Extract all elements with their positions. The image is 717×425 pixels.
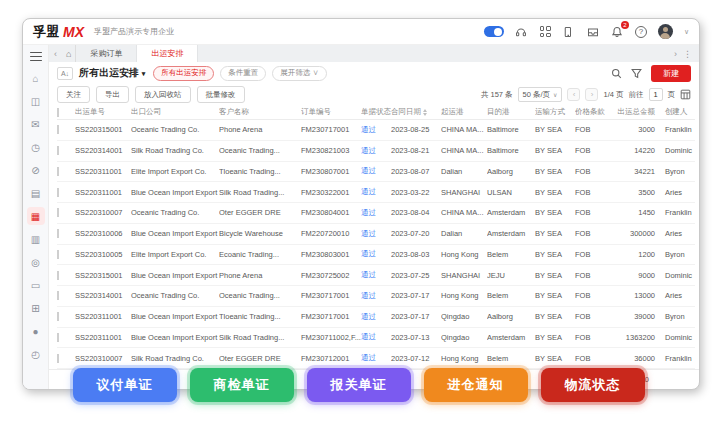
row-checkbox[interactable] — [57, 208, 75, 217]
row-checkbox[interactable] — [57, 271, 75, 280]
cell-status[interactable]: 通过 — [361, 229, 391, 239]
prev-page-button[interactable]: ‹ — [567, 88, 580, 101]
home-tab-icon[interactable]: ⌂ — [62, 45, 76, 62]
apps-grid-icon[interactable] — [539, 25, 552, 38]
panel-icon[interactable]: ▭ — [27, 276, 45, 294]
table-row[interactable]: SS220311001Blue Ocean Import Export Co.S… — [57, 182, 695, 203]
row-checkbox[interactable] — [57, 291, 75, 300]
tab-shipping-arrangement[interactable]: 出运安排 — [137, 45, 198, 62]
apps-icon[interactable]: ⊞ — [27, 299, 45, 317]
row-checkbox[interactable] — [57, 167, 75, 176]
next-page-button[interactable]: › — [585, 88, 598, 101]
batch-edit-button[interactable]: 批量修改 — [197, 86, 245, 103]
filter-chip-reset[interactable]: 条件重置 — [220, 66, 266, 81]
checkbox-icon[interactable] — [57, 291, 59, 300]
more-vertical-icon[interactable]: ⋮ — [683, 49, 692, 59]
row-checkbox[interactable] — [57, 333, 75, 342]
table-row[interactable]: SS220315001Oceanic Trading Co.Phone Aren… — [57, 120, 695, 141]
row-checkbox[interactable] — [57, 250, 75, 259]
status-badge[interactable]: 通过 — [361, 291, 376, 300]
forward-arrow-icon[interactable]: › — [674, 49, 677, 59]
mail-icon[interactable]: ✉ — [27, 115, 45, 133]
tab-purchase-orders[interactable]: 采购订单 — [76, 45, 137, 62]
checkbox-icon[interactable] — [57, 250, 59, 259]
status-badge[interactable]: 通过 — [361, 249, 376, 258]
checkbox-icon[interactable] — [57, 333, 59, 342]
filter-chip-active[interactable]: 所有出运安排 — [153, 66, 214, 81]
status-badge[interactable]: 通过 — [361, 332, 376, 341]
checkbox-icon[interactable] — [57, 125, 59, 134]
phone-icon[interactable] — [563, 25, 576, 38]
table-row[interactable]: SS220311001Blue Ocean Import Export Co.T… — [57, 307, 695, 328]
mode-toggle[interactable] — [484, 26, 504, 37]
cell-status[interactable]: 通过 — [361, 291, 391, 301]
table-row[interactable]: SS220310007Silk Road Trading Co.Oter EGG… — [57, 348, 695, 369]
checkbox-icon[interactable] — [57, 229, 59, 238]
column-settings-icon[interactable] — [680, 89, 691, 100]
folder-icon[interactable]: ▤ — [27, 184, 45, 202]
dark-mode-icon[interactable]: ● — [27, 322, 45, 340]
help-icon[interactable]: ? — [635, 26, 647, 38]
table-row[interactable]: SS220310006Blue Ocean Import Export Co.B… — [57, 224, 695, 245]
history-icon[interactable]: ◷ — [27, 138, 45, 156]
cell-status[interactable]: 通过 — [361, 208, 391, 218]
table-row[interactable]: SS220315001Blue Ocean Import Export Co.P… — [57, 265, 695, 286]
new-button[interactable]: 新建 — [651, 65, 691, 82]
headset-icon[interactable] — [515, 25, 528, 38]
inbox-icon[interactable] — [587, 25, 600, 38]
notification-bell-icon[interactable]: 2 — [611, 25, 624, 38]
avatar[interactable] — [658, 24, 673, 39]
cell-status[interactable]: 通过 — [361, 146, 391, 156]
checkbox-icon[interactable] — [57, 188, 59, 197]
row-checkbox[interactable] — [57, 354, 75, 363]
goto-page-input[interactable] — [649, 88, 663, 101]
report-icon[interactable]: ▥ — [27, 230, 45, 248]
funnel-icon[interactable] — [631, 68, 642, 79]
status-badge[interactable]: 通过 — [361, 187, 376, 196]
status-badge[interactable]: 通过 — [361, 166, 376, 175]
row-checkbox[interactable] — [57, 312, 75, 321]
cell-status[interactable]: 通过 — [361, 187, 391, 197]
checkbox-icon[interactable] — [57, 354, 59, 363]
logistics-status-button[interactable]: 物流状态 — [541, 368, 645, 402]
checkbox-icon[interactable] — [57, 146, 59, 155]
search-icon[interactable] — [611, 68, 622, 79]
cell-status[interactable]: 通过 — [361, 270, 391, 280]
table-row[interactable]: SS220310007Oceanic Trading Co.Oter EGGER… — [57, 203, 695, 224]
cell-status[interactable]: 通过 — [361, 249, 391, 259]
select-all-checkbox[interactable] — [57, 108, 75, 117]
cell-status[interactable]: 通过 — [361, 125, 391, 135]
table-row[interactable]: SS220311001Elite Import Export Co.Tloean… — [57, 162, 695, 183]
status-badge[interactable]: 通过 — [361, 353, 376, 362]
sort-icon[interactable] — [423, 109, 427, 116]
status-badge[interactable]: 通过 — [361, 208, 376, 217]
checkbox-icon[interactable] — [57, 271, 59, 280]
row-checkbox[interactable] — [57, 229, 75, 238]
inspection-docs-button[interactable]: 商检单证 — [190, 368, 294, 402]
status-badge[interactable]: 通过 — [361, 270, 376, 279]
cell-status[interactable]: 通过 — [361, 312, 391, 322]
cell-status[interactable]: 通过 — [361, 332, 391, 342]
home-icon[interactable]: ⌂ — [27, 69, 45, 87]
export-button[interactable]: 导出 — [96, 86, 129, 103]
row-checkbox[interactable] — [57, 188, 75, 197]
negotiation-docs-button[interactable]: 议付单证 — [73, 368, 177, 402]
column-header-date[interactable]: 合同日期 — [391, 107, 441, 117]
table-row[interactable]: SS220314001Oceanic Trading Co.Oceanic Tr… — [57, 286, 695, 307]
checkbox-icon[interactable] — [57, 312, 59, 321]
blocked-icon[interactable]: ⊘ — [27, 161, 45, 179]
cell-status[interactable]: 通过 — [361, 166, 391, 176]
checkbox-icon[interactable] — [57, 108, 59, 117]
scheme-title[interactable]: 所有出运安排 ▾ — [79, 66, 145, 80]
table-row[interactable]: SS220310005Elite Import Export Co.Ecoani… — [57, 245, 695, 266]
recycle-bin-button[interactable]: 放入回收站 — [135, 86, 191, 103]
back-arrow-icon[interactable]: ‹ — [49, 45, 62, 62]
table-row[interactable]: SS220311001Blue Ocean Import Export Co.S… — [57, 328, 695, 349]
checkbox-icon[interactable] — [57, 208, 59, 217]
status-badge[interactable]: 通过 — [361, 229, 376, 238]
status-badge[interactable]: 通过 — [361, 312, 376, 321]
checkbox-icon[interactable] — [57, 167, 59, 176]
avatar-caret-icon[interactable]: ∨ — [684, 28, 689, 36]
row-checkbox[interactable] — [57, 125, 75, 134]
follow-button[interactable]: 关注 — [57, 86, 90, 103]
